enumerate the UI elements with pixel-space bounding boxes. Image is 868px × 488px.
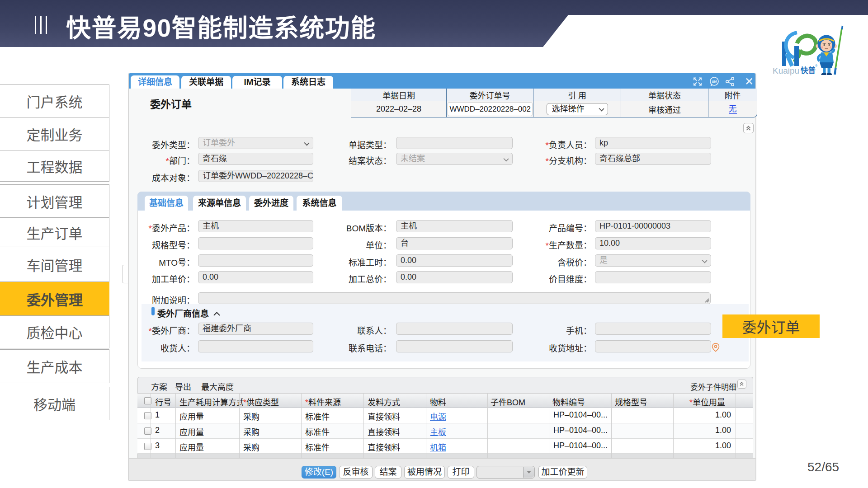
svg-text:IM: IM [712,79,717,84]
svg-text:快普: 快普 [801,66,816,75]
svg-text:Kuaipu: Kuaipu [773,66,799,75]
svg-text:®: ® [815,64,818,67]
